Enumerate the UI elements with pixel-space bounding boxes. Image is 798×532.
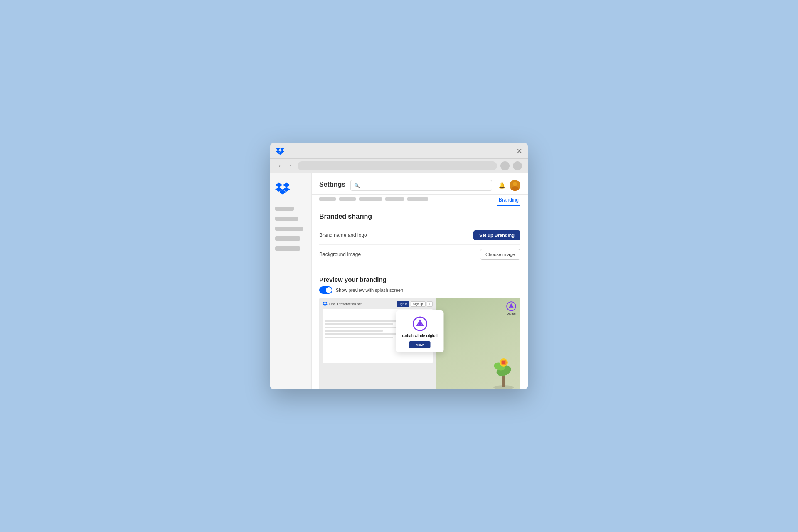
- sidebar-logo: [275, 182, 306, 197]
- sidebar-item-4[interactable]: [275, 236, 300, 241]
- right-brand-logo-icon: [506, 301, 516, 311]
- settings-header: Settings 🔍 🔔: [312, 173, 528, 195]
- right-brand-name: Digital: [507, 312, 515, 315]
- doc-line-4: [325, 330, 383, 332]
- tab-placeholder-3[interactable]: [359, 197, 382, 201]
- tabs-row: Branding: [312, 195, 528, 206]
- bg-image-label: Background image: [319, 251, 361, 257]
- avatar-image: [510, 180, 520, 191]
- preview-area: Final Presentation.pdf Sign in Sign up ↓: [319, 298, 520, 389]
- section-title: Branded sharing: [319, 213, 520, 220]
- sidebar-item-3[interactable]: [275, 227, 303, 231]
- preview-signup-button[interactable]: Sign up: [411, 301, 426, 307]
- main-content: Settings 🔍 🔔: [312, 173, 528, 389]
- browser-titlebar: ✕: [270, 143, 528, 159]
- tab-branding[interactable]: Branding: [497, 195, 520, 206]
- preview-filename: Final Presentation.pdf: [329, 302, 395, 306]
- back-button[interactable]: ‹: [276, 162, 283, 170]
- plant-decoration-icon: [487, 348, 520, 389]
- sidebar-item-2[interactable]: [275, 217, 298, 221]
- preview-actions: Sign in Sign up ↓: [397, 301, 433, 307]
- browser-window: ✕ ‹ › Settings: [270, 143, 528, 389]
- preview-download-button[interactable]: ↓: [427, 301, 433, 307]
- preview-title: Preview your branding: [319, 276, 520, 283]
- tab-placeholder-1[interactable]: [319, 197, 336, 201]
- preview-right-panel: Digital: [436, 298, 520, 389]
- doc-line-2: [325, 323, 393, 325]
- settings-title: Settings: [319, 181, 345, 193]
- bg-image-field-row: Background image Choose image: [319, 245, 520, 264]
- splash-screen-toggle[interactable]: [319, 286, 332, 294]
- setup-branding-button[interactable]: Set up Branding: [473, 230, 520, 240]
- toggle-row: Show preview with splash screen: [319, 286, 520, 294]
- svg-point-9: [502, 361, 505, 364]
- search-bar[interactable]: 🔍: [350, 180, 492, 191]
- svg-point-12: [510, 305, 512, 308]
- dropbox-logo-icon: [276, 147, 284, 155]
- header-icons: 🔔: [497, 180, 520, 191]
- tab-placeholder-5[interactable]: [407, 197, 428, 201]
- profile-circle-icon: [513, 161, 522, 170]
- sidebar-item-1[interactable]: [275, 207, 294, 211]
- splash-brand-name: Cobalt Circle Digital: [402, 334, 438, 338]
- browser-controls: [276, 147, 287, 155]
- preview-signin-button[interactable]: Sign in: [397, 301, 409, 307]
- cobalt-circle-logo-icon: [412, 316, 427, 331]
- splash-logo-icon: [412, 316, 427, 331]
- sidebar: [270, 173, 312, 389]
- forward-button[interactable]: ›: [287, 162, 294, 170]
- preview-topbar: Final Presentation.pdf Sign in Sign up ↓: [323, 301, 433, 307]
- splash-view-button[interactable]: View: [409, 341, 430, 348]
- browser-navbar: ‹ ›: [270, 159, 528, 173]
- dropbox-logo-main-icon: [275, 182, 290, 195]
- doc-line-3: [325, 327, 401, 328]
- close-button[interactable]: ✕: [516, 148, 522, 154]
- sidebar-item-5[interactable]: [275, 246, 300, 251]
- preview-dropbox-icon: [323, 302, 328, 307]
- search-icon: 🔍: [354, 183, 360, 188]
- user-circle-icon: [500, 161, 510, 170]
- right-preview-logo: Digital: [506, 301, 516, 315]
- preview-background: Digital: [436, 298, 520, 389]
- brand-field-row: Brand name and logo Set up Branding: [319, 226, 520, 245]
- app-container: Settings 🔍 🔔: [270, 173, 528, 389]
- toggle-label: Show preview with splash screen: [336, 288, 403, 293]
- svg-point-15: [418, 322, 422, 326]
- tab-placeholder-4[interactable]: [385, 197, 404, 201]
- preview-section: Preview your branding Show preview with …: [312, 271, 528, 389]
- url-bar[interactable]: [298, 161, 497, 170]
- tab-placeholder-2[interactable]: [339, 197, 356, 201]
- splash-card: Cobalt Circle Digital View: [396, 310, 444, 352]
- doc-line-6: [325, 337, 393, 338]
- notification-bell-icon[interactable]: 🔔: [497, 181, 506, 190]
- choose-image-button[interactable]: Choose image: [480, 249, 520, 260]
- avatar[interactable]: [510, 180, 520, 191]
- brand-field-label: Brand name and logo: [319, 232, 367, 238]
- svg-point-1: [513, 182, 517, 186]
- content-area: Branded sharing Brand name and logo Set …: [312, 206, 528, 271]
